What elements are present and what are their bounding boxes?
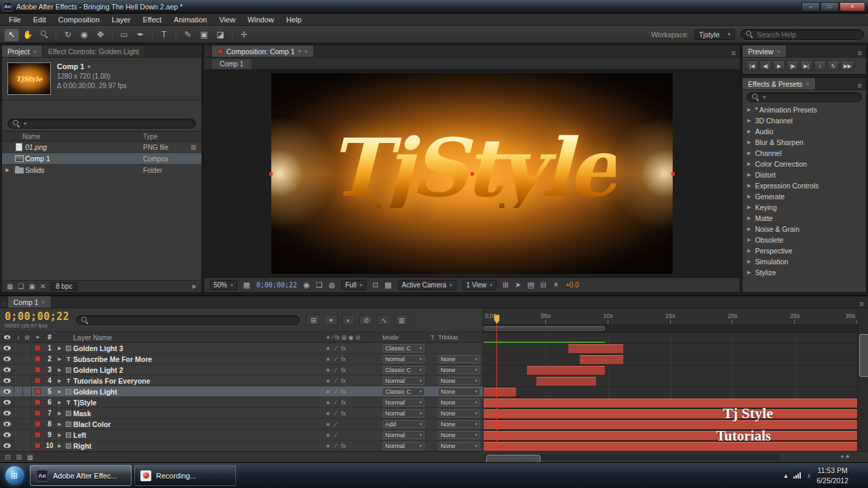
expand-arrow-icon[interactable]: ▶ <box>747 150 751 156</box>
mode-dropdown[interactable]: Normal▾ <box>382 442 425 450</box>
project-item-solids[interactable]: ▶SolidsFolder <box>2 165 201 176</box>
zoom-tool-icon[interactable] <box>37 28 52 41</box>
new-composition-icon[interactable]: ▣ <box>28 283 35 290</box>
trkmat-dropdown[interactable]: None▾ <box>438 377 480 385</box>
eye-icon[interactable] <box>3 336 9 340</box>
close-icon[interactable]: × <box>776 48 780 55</box>
draft-3d-icon[interactable]: ✶ <box>324 314 338 325</box>
mode-column-header[interactable]: Mode <box>382 333 427 341</box>
effects-category-simulation[interactable]: ▶Simulation <box>743 256 866 267</box>
layer-duration-bar-9[interactable] <box>484 431 857 441</box>
mask-shape-tool-icon[interactable]: ▭ <box>117 28 132 41</box>
previous-frame-button[interactable]: ◀| <box>760 60 772 71</box>
network-icon[interactable] <box>793 472 801 479</box>
quality-switch-icon[interactable]: ∕ <box>336 378 337 384</box>
quality-switch-icon[interactable]: ∕ <box>336 345 337 352</box>
trkmat-dropdown[interactable]: None▾ <box>438 431 480 439</box>
visibility-cell[interactable] <box>0 432 14 437</box>
pen-tool-icon[interactable]: ✒ <box>133 28 148 41</box>
visibility-cell[interactable] <box>0 411 14 415</box>
hand-tool-icon[interactable]: ✋ <box>20 28 35 41</box>
camera-dropdown[interactable]: Active Camera▾ <box>398 280 456 290</box>
lock-cell[interactable] <box>22 397 31 407</box>
close-icon[interactable]: × <box>304 48 308 55</box>
expand-arrow-icon[interactable]: ▶ <box>747 270 751 275</box>
expand-arrow-icon[interactable]: ▶ <box>747 140 751 145</box>
label-color-cell[interactable] <box>31 375 43 386</box>
label-color-swatch[interactable] <box>35 345 41 351</box>
lock-cell[interactable] <box>22 408 31 418</box>
trkmat-column-header[interactable]: TrkMat <box>438 333 483 341</box>
quality-switch-icon[interactable]: ∕ <box>336 356 337 363</box>
visibility-cell[interactable] <box>0 378 14 383</box>
label-color-swatch[interactable] <box>35 378 41 384</box>
effects-search-box[interactable]: ▾ <box>747 92 862 102</box>
expand-arrow-icon[interactable]: ▶ <box>747 118 751 123</box>
layer-switches[interactable]: ∗∕fx <box>323 367 382 373</box>
eye-icon[interactable] <box>3 432 11 437</box>
timeline-track-area[interactable]: 0;0005s10s15s20s25s30s Tj StyleTutorials <box>483 308 857 451</box>
expand-arrow-icon[interactable]: ▶ <box>56 422 64 427</box>
audio-cell[interactable] <box>14 375 22 386</box>
fx-switch-icon[interactable]: fx <box>341 399 346 406</box>
frame-blend-switch-icon[interactable]: ∗ <box>326 432 331 439</box>
mode-dropdown[interactable]: Classic C▾ <box>382 344 425 352</box>
selection-handle-left[interactable] <box>269 172 273 176</box>
effects-category-noise-grain[interactable]: ▶Noise & Grain <box>743 224 866 235</box>
audio-cell[interactable] <box>14 430 22 440</box>
show-snapshot-icon[interactable]: ❏ <box>316 281 323 289</box>
label-color-cell[interactable] <box>31 408 43 418</box>
layer-duration-bar-4[interactable] <box>536 377 596 386</box>
lock-cell[interactable] <box>22 419 31 429</box>
effects-category-keying[interactable]: ▶Keying <box>743 202 866 213</box>
grid-guides-icon[interactable]: ▦ <box>243 281 250 289</box>
next-frame-button[interactable]: |▶ <box>787 60 799 71</box>
layer-row-9[interactable]: 9▶Left∗∕Normal▾None▾ <box>0 430 483 441</box>
expand-arrow-icon[interactable]: ▶ <box>747 194 751 199</box>
quality-switch-icon[interactable]: ∕ <box>336 388 337 395</box>
audio-cell[interactable] <box>14 354 22 364</box>
pan-behind-tool-icon[interactable]: ✥ <box>93 28 108 41</box>
minimize-button[interactable]: – <box>802 2 820 12</box>
tab-effects-presets[interactable]: Effects & Presets × <box>743 78 816 89</box>
effects-category-blur-sharpen[interactable]: ▶Blur & Sharpen <box>743 137 866 148</box>
menu-window[interactable]: Window <box>241 14 280 26</box>
selection-handle-right[interactable] <box>671 172 675 176</box>
trkmat-dropdown[interactable]: None▾ <box>438 355 480 363</box>
expand-columns-icon[interactable]: ⊞ <box>16 453 21 461</box>
frame-blend-icon[interactable]: ⊘ <box>359 314 373 325</box>
eye-icon[interactable] <box>3 389 11 394</box>
mode-dropdown[interactable]: Normal▾ <box>382 355 425 363</box>
fast-previews-icon[interactable]: ➤ <box>515 281 521 289</box>
audio-column-icon[interactable]: ♪ <box>14 332 22 342</box>
menu-layer[interactable]: Layer <box>106 14 137 26</box>
eye-icon[interactable] <box>3 422 11 426</box>
frame-blend-switch-icon[interactable]: ∗ <box>326 399 331 406</box>
layer-row-3[interactable]: 3▶Golden Light 2∗∕fxClassic C▾None▾ <box>0 365 483 375</box>
layer-switches[interactable]: ∗∕fx <box>323 399 382 406</box>
frame-blend-switch-icon[interactable]: ∗ <box>326 367 331 373</box>
brush-tool-icon[interactable]: ✎ <box>180 28 195 41</box>
taskbar-app-after-effects[interactable]: AeAdobe After Effec... <box>30 465 132 486</box>
layer-duration-bar-2[interactable] <box>580 355 623 365</box>
layer-switches[interactable]: ∗∕ <box>323 421 382 428</box>
fx-switch-icon[interactable]: fx <box>341 367 346 373</box>
resolution-dropdown[interactable]: Full▾ <box>341 280 366 290</box>
delete-item-icon[interactable]: ✕ <box>40 283 45 290</box>
effects-category-perspective[interactable]: ▶Perspective <box>743 245 866 256</box>
mode-dropdown[interactable]: Classic C▾ <box>382 366 425 374</box>
expand-arrow-icon[interactable]: ▶ <box>56 443 64 449</box>
expand-arrow-icon[interactable]: ▶ <box>2 167 13 173</box>
layer-row-8[interactable]: 8▶Blacl Color∗∕Add▾None▾ <box>0 419 483 430</box>
hide-shy-layers-icon[interactable]: ◐ <box>342 314 355 325</box>
visibility-cell[interactable] <box>0 346 14 350</box>
audio-cell[interactable] <box>14 408 22 418</box>
taskbar-clock[interactable]: 11:53 PM 6/25/2012 <box>816 466 848 485</box>
label-color-swatch[interactable] <box>35 356 41 362</box>
layer-switches[interactable]: ∗∕fx <box>323 388 382 395</box>
layer-row-7[interactable]: 7▶Mask∗∕fxNormal▾None▾ <box>0 408 483 419</box>
label-color-swatch[interactable] <box>35 399 41 405</box>
anchor-point-handle[interactable] <box>471 172 474 176</box>
fx-switch-icon[interactable]: fx <box>341 410 346 417</box>
menu-view[interactable]: View <box>213 14 241 26</box>
